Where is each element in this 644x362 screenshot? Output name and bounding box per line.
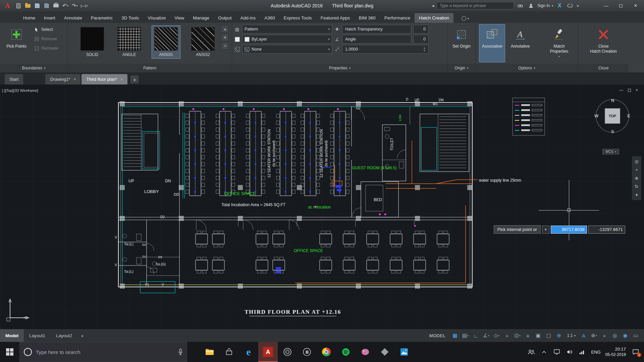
zoom-icon[interactable]: ⊕: [635, 176, 639, 181]
pick-points-button[interactable]: Pick Points: [3, 24, 30, 62]
viewport-restore-icon[interactable]: [628, 89, 631, 92]
open-file-button[interactable]: [23, 1, 32, 10]
restore-button[interactable]: [614, 2, 627, 10]
annotation-monitor-toggle[interactable]: +: [600, 331, 609, 340]
search-expand-icon[interactable]: ▸: [433, 3, 435, 8]
associative-toggle-button[interactable]: Associative: [479, 24, 505, 62]
annotation-visibility-toggle[interactable]: A: [579, 331, 588, 340]
taskbar-chrome[interactable]: [317, 342, 336, 362]
taskbar-app-circle[interactable]: [278, 342, 297, 362]
select-button[interactable]: Select: [33, 25, 66, 34]
hatch-scale-field[interactable]: 1.0000 ▲▼: [342, 45, 429, 54]
hatch-type-dropdown[interactable]: Pattern▾: [242, 25, 332, 34]
taskbar-photos[interactable]: [394, 342, 414, 362]
action-center-button[interactable]: 1: [631, 347, 641, 357]
layout-tab-layout2[interactable]: Layout2: [51, 329, 77, 342]
tab-insert[interactable]: Insert: [40, 13, 60, 23]
tab-bim-360[interactable]: BIM 360: [354, 13, 380, 23]
viewcube[interactable]: N S W E TOP: [596, 99, 629, 133]
polar-tracking-toggle[interactable]: ∠▾: [482, 331, 491, 340]
viewport-controls-label[interactable]: [-][Top][2D Wireframe]: [2, 88, 38, 93]
hatch-angle-value[interactable]: 0: [413, 35, 429, 44]
tab-add-ins[interactable]: Add-ins: [236, 13, 260, 23]
file-tab-drawing1[interactable]: Drawing1*×: [45, 74, 80, 84]
workspace-dropdown[interactable]: |—|▾: [80, 1, 89, 10]
viewport-close-icon[interactable]: ×: [636, 88, 638, 93]
save-button[interactable]: [33, 1, 42, 10]
tab-visualize[interactable]: Visualize: [143, 13, 170, 23]
selection-cycling-toggle[interactable]: ▢: [544, 331, 553, 340]
taskbar-edge[interactable]: e: [239, 342, 258, 362]
help-search-input[interactable]: [437, 2, 514, 9]
sign-in-button[interactable]: Sign In: [537, 3, 550, 8]
hatch-angle-field[interactable]: Angle: [342, 35, 411, 44]
file-tab-start[interactable]: Start: [5, 74, 23, 84]
model-space-button[interactable]: MODEL: [426, 333, 449, 338]
tab-annotate[interactable]: Annotate: [60, 13, 87, 23]
hatch-color-dropdown[interactable]: ByLayer▾: [242, 35, 332, 44]
tab-manage[interactable]: Manage: [189, 13, 214, 23]
search-binoculars-icon[interactable]: [516, 1, 525, 10]
workspace-switching-button[interactable]: ⊛▾: [590, 331, 598, 340]
isolate-objects-button[interactable]: ◎: [610, 331, 619, 340]
dynamic-input-toggle[interactable]: ⊕: [555, 331, 564, 340]
tray-chevron-icon[interactable]: [540, 348, 548, 356]
taskbar-file-explorer[interactable]: [200, 342, 219, 362]
clock[interactable]: 20:17 05-02-2019: [605, 347, 626, 357]
tab-output[interactable]: Output: [214, 13, 236, 23]
people-icon[interactable]: [527, 348, 535, 356]
annotation-scale-button[interactable]: 1:1▾: [565, 333, 578, 338]
close-button[interactable]: ×: [629, 2, 642, 10]
tab-home[interactable]: Home: [19, 13, 40, 23]
tab-featured-apps[interactable]: Featured Apps: [316, 13, 355, 23]
pan-icon[interactable]: +: [635, 167, 638, 172]
panel-label-properties[interactable]: Properties▾: [232, 64, 447, 72]
tab-parametric[interactable]: Parametric: [87, 13, 117, 23]
new-layout-button[interactable]: +: [77, 333, 87, 339]
taskbar-app-b[interactable]: B: [297, 342, 317, 362]
panel-label-options[interactable]: Options▾: [476, 64, 578, 72]
tab-view[interactable]: View: [170, 13, 189, 23]
viewport-minimize-icon[interactable]: —: [619, 88, 623, 93]
pattern-swatch-angle[interactable]: ANGLE: [115, 25, 144, 59]
tab-a360[interactable]: A360: [260, 13, 279, 23]
tab-3d-tools[interactable]: 3D Tools: [117, 13, 143, 23]
annotative-toggle-button[interactable]: A Annotative: [507, 24, 533, 62]
undo-button[interactable]: ↶▾: [61, 1, 70, 10]
new-file-button[interactable]: [14, 1, 23, 10]
layout-tab-model[interactable]: Model: [0, 329, 24, 342]
autocad-logo-icon[interactable]: A: [1, 1, 13, 10]
navigation-bar[interactable]: ◎ + ⊕ ↻ ▾: [632, 156, 641, 200]
sign-in-caret-icon[interactable]: ▾: [552, 4, 553, 7]
viewcube-top-face[interactable]: TOP: [605, 108, 620, 124]
steering-wheel-icon[interactable]: ◎: [635, 159, 638, 164]
exchange-apps-icon[interactable]: X: [555, 1, 564, 10]
plot-button[interactable]: [52, 1, 60, 10]
isodraft-toggle[interactable]: ◇▾: [492, 331, 501, 340]
grid-toggle[interactable]: ▦: [451, 331, 460, 340]
save-as-button[interactable]: [42, 1, 51, 10]
tab-express-tools[interactable]: Express Tools: [279, 13, 316, 23]
redo-button[interactable]: ↷▾: [70, 1, 79, 10]
taskbar-search-input[interactable]: [36, 349, 174, 355]
minimize-button[interactable]: —: [600, 2, 612, 10]
pattern-swatch-ansi32[interactable]: ANSI32: [189, 25, 217, 59]
clean-screen-toggle[interactable]: ▭: [631, 331, 640, 340]
hatch-background-dropdown[interactable]: None▾: [242, 45, 332, 54]
hatch-transparency-value[interactable]: 0: [413, 25, 429, 34]
language-indicator[interactable]: ENG: [591, 350, 600, 355]
coordinate-y-field[interactable]: -13297.6671: [588, 226, 625, 234]
taskbar-paint-app[interactable]: [356, 342, 375, 362]
display-icon[interactable]: [553, 348, 561, 356]
file-tab-third-floor-plan[interactable]: Third floor plan*×: [82, 74, 127, 84]
hatch-transparency-field[interactable]: Hatch Transparency: [342, 25, 411, 34]
match-properties-button[interactable]: MatchProperties ▾: [543, 24, 575, 62]
taskbar-store[interactable]: [219, 342, 239, 362]
object-snap-toggle[interactable]: ⊡▾: [513, 331, 522, 340]
close-tab-icon[interactable]: ×: [73, 77, 76, 82]
taskbar-spotify[interactable]: [336, 342, 356, 362]
tab-performance[interactable]: Performance: [380, 13, 415, 23]
scale-spinner[interactable]: ▲▼: [423, 47, 426, 52]
pattern-swatch-ansi31[interactable]: ANSI31: [152, 25, 180, 59]
wcs-dropdown[interactable]: WCS▾: [602, 149, 619, 155]
